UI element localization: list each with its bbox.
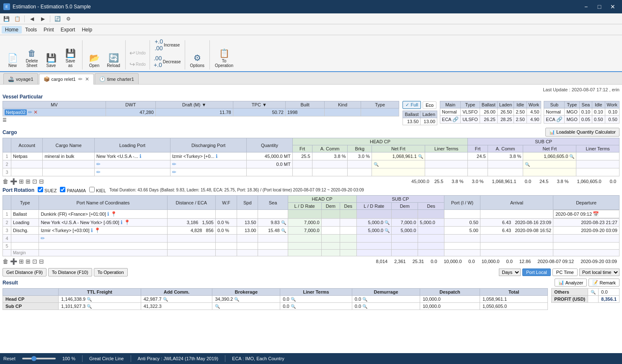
- pr-row-4[interactable]: 4 ✏: [3, 235, 619, 243]
- cargo-row-3-edit-discharging[interactable]: ✏: [172, 169, 176, 175]
- pr-row-2-info[interactable]: ℹ: [121, 219, 123, 225]
- panama-checkbox[interactable]: [60, 187, 65, 192]
- to-distance-button[interactable]: To Distance (F10): [48, 268, 92, 276]
- cargo-add-icon[interactable]: ➕: [10, 178, 17, 185]
- others-search-icon[interactable]: 🔍: [591, 290, 596, 294]
- menu-print[interactable]: Print: [40, 26, 57, 34]
- head-netfrt-search[interactable]: 🔍: [418, 154, 423, 159]
- quickbar-sheet[interactable]: 📋: [13, 15, 22, 23]
- cargo-grid1-icon[interactable]: ⊞: [26, 178, 31, 185]
- pr-row-2-sea-search[interactable]: 🔍: [281, 220, 286, 225]
- pr-row-3-info[interactable]: ℹ: [91, 227, 93, 233]
- pr-grid3-icon[interactable]: ⊟: [39, 258, 44, 265]
- sub-ttl-search[interactable]: 🔍: [87, 304, 92, 309]
- options-button[interactable]: ⚙ Options: [188, 51, 207, 70]
- pr-row-1-info[interactable]: ℹ: [107, 211, 109, 217]
- pr-row-1-cal-icon[interactable]: 📅: [593, 211, 599, 217]
- pr-split-icon[interactable]: ⊞: [19, 258, 24, 265]
- quickbar-settings[interactable]: ⚙: [64, 15, 73, 23]
- pr-row-1-loc[interactable]: 📍: [111, 211, 117, 217]
- pr-row-2-loc[interactable]: 📍: [124, 219, 130, 225]
- new-button[interactable]: 📄 New: [3, 51, 22, 70]
- vessel-remove-icon[interactable]: ✕: [34, 109, 38, 115]
- suez-checkbox[interactable]: [38, 187, 43, 192]
- head-brokerage-search[interactable]: 🔍: [234, 297, 239, 302]
- cargo-grid3-icon[interactable]: ⊟: [39, 178, 44, 185]
- cargo-grid2-icon[interactable]: ⊡: [32, 178, 37, 185]
- date-format-select[interactable]: Port local time: [579, 268, 619, 276]
- sub-brokerage-search[interactable]: 🔍: [215, 304, 220, 309]
- head-dem-search[interactable]: 🔍: [362, 297, 367, 302]
- menu-help[interactable]: Help: [78, 26, 95, 34]
- tab-voyage1[interactable]: 🚢 voyage1: [3, 73, 38, 84]
- days-select[interactable]: Days: [499, 268, 521, 276]
- cargo-row-2-edit-discharging[interactable]: ✏: [172, 161, 176, 167]
- close-button[interactable]: ✕: [607, 2, 619, 11]
- pc-time-button[interactable]: PC Time: [552, 268, 578, 276]
- increase-button[interactable]: +.0.00 Increase: [152, 37, 182, 53]
- pr-row-1[interactable]: 1 Ballast Dunkirk (FR) <France> [+01:00]…: [3, 210, 619, 219]
- tab-time-charter1[interactable]: 🕐 time charter1: [95, 73, 139, 84]
- save-as-button[interactable]: 💾 Saveas: [61, 46, 80, 70]
- pr-delete-icon[interactable]: 🗑: [3, 258, 8, 265]
- menu-tools[interactable]: Tools: [22, 26, 40, 34]
- sub-netfrt2-search[interactable]: 🔍: [525, 162, 530, 167]
- cargo-row-3-edit-loading[interactable]: ✏: [96, 169, 101, 175]
- tab-cargo-close-x[interactable]: ✕: [85, 76, 89, 82]
- vessel-edit-icon[interactable]: ✏: [28, 109, 32, 115]
- pr-row-5[interactable]: 5: [3, 243, 619, 250]
- pr-row-4-edit[interactable]: ✏: [41, 235, 45, 241]
- sub-dem-search[interactable]: 🔍: [362, 304, 367, 309]
- quickbar-save[interactable]: 💾: [2, 15, 11, 23]
- loading-info-icon[interactable]: ℹ: [139, 153, 142, 159]
- undo-button[interactable]: ↩ Undo: [128, 48, 147, 58]
- remark-button[interactable]: 📝 Remark: [588, 279, 619, 287]
- pr-row-3-loc[interactable]: 📍: [94, 227, 101, 233]
- eco-button[interactable]: Eco: [423, 101, 436, 109]
- head-liner-search[interactable]: 🔍: [291, 297, 296, 302]
- sub-eca-link-icon[interactable]: 🔗: [556, 116, 563, 122]
- cargo-row-3[interactable]: 3 ✏ ✏: [3, 168, 619, 176]
- to-operation-button[interactable]: 📋 ToOperation: [212, 46, 236, 70]
- pr-add-icon[interactable]: ➕: [10, 258, 17, 265]
- quickbar-forward[interactable]: ▶: [38, 15, 47, 23]
- sub-netfrt-search[interactable]: 🔍: [569, 154, 574, 159]
- cargo-row-2-edit-loading[interactable]: ✏: [96, 161, 101, 167]
- head-ttl-search[interactable]: 🔍: [87, 297, 92, 302]
- discharging-info-icon[interactable]: ℹ: [216, 153, 218, 159]
- decrease-button[interactable]: .00+.0 Decrease: [152, 54, 182, 70]
- cargo-row-1[interactable]: 1 Netpas mineral in bulk New York <U.S.A…: [3, 152, 619, 160]
- vessel-list-icon[interactable]: ☰: [3, 117, 399, 123]
- head-addcomm-search[interactable]: 🔍: [163, 297, 168, 302]
- tab-cargo-relet1[interactable]: 📦 cargo relet1 ✏ ✕: [39, 74, 94, 85]
- menu-home[interactable]: Home: [2, 26, 22, 34]
- pr-row-2-sub-ld-search[interactable]: 🔍: [385, 220, 390, 225]
- minimize-button[interactable]: −: [580, 2, 592, 11]
- port-local-button[interactable]: Port Local: [522, 268, 551, 276]
- pr-row-3-sub-ld-search[interactable]: 🔍: [385, 228, 390, 233]
- to-operation-button[interactable]: To Operation: [94, 268, 128, 276]
- maximize-button[interactable]: □: [594, 2, 605, 11]
- get-distance-button[interactable]: Get Distance (F9): [3, 268, 46, 276]
- open-button[interactable]: 📂 Open: [85, 51, 103, 70]
- eca-link-icon[interactable]: 🔗: [452, 116, 459, 122]
- delete-sheet-button[interactable]: 🗑 DeleteSheet: [23, 47, 41, 70]
- quickbar-back[interactable]: ◀: [27, 15, 36, 23]
- pr-row-2[interactable]: 2 Loading New York <U.S.A - New York> [-…: [3, 219, 619, 227]
- tab-cargo-close[interactable]: ✏: [78, 76, 83, 82]
- save-button[interactable]: 💾 Save: [42, 51, 60, 70]
- pr-row-3[interactable]: 3 Dischg. Izmir <Turkey> [+03:00] ℹ 📍 4,…: [3, 227, 619, 235]
- cargo-delete-icon[interactable]: 🗑: [3, 178, 8, 185]
- full-button[interactable]: ✓ Full: [403, 101, 421, 109]
- redo-button[interactable]: ↪ Redo: [128, 59, 147, 70]
- reload-button[interactable]: 🔄 Reload: [104, 51, 123, 70]
- cargo-split-icon[interactable]: ⊞: [19, 178, 24, 185]
- pr-row-3-sea-search[interactable]: 🔍: [281, 228, 286, 233]
- loadable-quantity-calculator-button[interactable]: 📊 Loadable Quantity Calculator: [545, 128, 619, 137]
- kiel-checkbox[interactable]: [89, 187, 95, 192]
- pr-grid2-icon[interactable]: ⊡: [32, 258, 37, 265]
- sub-liner-search[interactable]: 🔍: [291, 304, 296, 309]
- pr-grid1-icon[interactable]: ⊞: [26, 258, 31, 265]
- quickbar-reload[interactable]: 🔄: [53, 15, 62, 23]
- analyzer-button[interactable]: 📊 Analyzer: [555, 279, 587, 287]
